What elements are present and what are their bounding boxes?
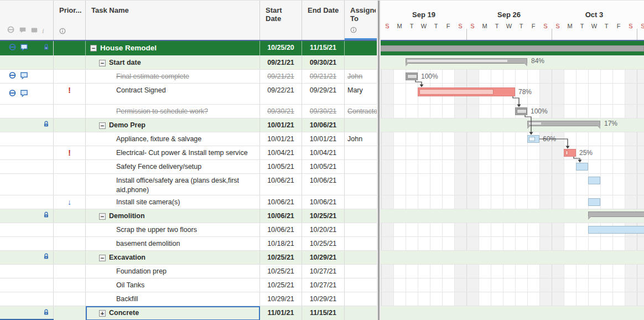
assigned-to-cell[interactable] bbox=[345, 41, 377, 55]
start-date-cell[interactable]: 10/01/21 bbox=[260, 118, 302, 132]
gantt-row[interactable] bbox=[381, 132, 644, 146]
assigned-to-cell[interactable] bbox=[345, 209, 377, 223]
pane-splitter[interactable] bbox=[377, 1, 381, 320]
end-date-cell[interactable]: 10/05/21 bbox=[302, 160, 345, 173]
collapse-icon[interactable]: − bbox=[99, 60, 106, 66]
end-date-cell[interactable]: 10/04/21 bbox=[302, 146, 345, 159]
attachment-icon[interactable] bbox=[8, 71, 17, 82]
table-row[interactable]: Backfill10/29/2110/29/21 bbox=[0, 292, 377, 306]
end-date-cell[interactable]: 11/15/21 bbox=[302, 41, 345, 55]
task-name-cell[interactable]: −Demo Prep bbox=[86, 118, 260, 132]
end-date-cell[interactable]: 10/01/21 bbox=[302, 132, 345, 146]
gantt-row[interactable] bbox=[381, 251, 644, 265]
assigned-to-cell[interactable] bbox=[345, 292, 377, 306]
table-row[interactable]: −Start date09/21/2109/30/21 bbox=[0, 56, 377, 70]
end-date-cell[interactable]: 09/30/21 bbox=[302, 105, 345, 118]
attachment-icon[interactable] bbox=[8, 43, 17, 54]
comment-icon[interactable] bbox=[20, 71, 28, 82]
gantt-row[interactable] bbox=[381, 174, 644, 195]
start-date-cell[interactable]: 10/25/20 bbox=[260, 41, 302, 55]
start-date-cell[interactable]: 11/01/21 bbox=[260, 306, 302, 320]
start-date-cell[interactable]: 10/06/21 bbox=[260, 223, 302, 236]
end-date-cell[interactable]: 10/25/21 bbox=[302, 237, 345, 250]
start-date-cell[interactable]: 10/25/21 bbox=[260, 265, 302, 278]
attachment-icon[interactable] bbox=[8, 89, 17, 99]
assigned-to-cell[interactable] bbox=[345, 278, 377, 292]
task-name-cell[interactable]: Safety Fence delivery/setup bbox=[86, 160, 260, 173]
start-date-cell[interactable]: 10/04/21 bbox=[260, 146, 302, 159]
gantt-bar-task[interactable] bbox=[527, 135, 539, 143]
start-date-cell[interactable]: 10/25/21 bbox=[260, 251, 302, 264]
priority-cell[interactable] bbox=[54, 237, 86, 250]
gantt-row[interactable] bbox=[381, 70, 644, 84]
task-name-cell[interactable]: Electrical- Cut power & Install temp ser… bbox=[86, 146, 260, 159]
column-header-end-date[interactable]: End Date bbox=[302, 1, 345, 40]
task-name-cell[interactable]: −House Remodel bbox=[86, 41, 260, 55]
task-name-cell[interactable]: +Concrete bbox=[86, 306, 260, 320]
priority-cell[interactable] bbox=[54, 118, 86, 132]
assigned-to-cell[interactable] bbox=[345, 118, 377, 132]
priority-cell[interactable] bbox=[54, 278, 86, 292]
gantt-bar-task[interactable] bbox=[588, 177, 600, 184]
task-name-cell[interactable]: Permission to schedule work? bbox=[86, 105, 260, 118]
task-name-cell[interactable]: basement demolition bbox=[86, 237, 260, 250]
assigned-to-cell[interactable] bbox=[345, 160, 377, 173]
end-date-cell[interactable]: 09/30/21 bbox=[302, 56, 345, 69]
table-row[interactable]: Oil Tanks10/25/2110/27/21 bbox=[0, 278, 377, 292]
table-row[interactable]: Safety Fence delivery/setup10/05/2110/05… bbox=[0, 160, 377, 174]
comment-icon[interactable] bbox=[20, 89, 28, 99]
end-date-cell[interactable]: 10/27/21 bbox=[302, 265, 345, 278]
start-date-cell[interactable]: 10/01/21 bbox=[260, 132, 302, 146]
start-date-cell[interactable]: 09/30/21 bbox=[260, 105, 302, 118]
end-date-cell[interactable]: 10/25/21 bbox=[302, 209, 345, 223]
start-date-cell[interactable]: 09/22/21 bbox=[260, 84, 302, 104]
priority-cell[interactable] bbox=[54, 306, 86, 320]
proof-icon[interactable] bbox=[30, 26, 38, 36]
table-row[interactable]: Scrap the upper two floors10/06/2110/20/… bbox=[0, 223, 377, 237]
task-name-cell[interactable]: −Demolition bbox=[86, 209, 260, 223]
assigned-to-cell[interactable]: Contracto bbox=[345, 105, 377, 118]
gantt-bar-project-summary[interactable] bbox=[381, 45, 644, 51]
table-row[interactable]: −House Remodel10/25/2011/15/21 bbox=[0, 41, 377, 56]
end-date-cell[interactable]: 09/29/21 bbox=[302, 84, 345, 104]
assigned-to-cell[interactable]: John bbox=[345, 132, 377, 146]
priority-cell[interactable] bbox=[54, 223, 86, 236]
task-name-cell[interactable]: Oil Tanks bbox=[86, 278, 260, 292]
task-name-cell[interactable]: Install site camera(s) bbox=[86, 195, 260, 209]
column-info-icon[interactable] bbox=[350, 25, 357, 35]
end-date-cell[interactable]: 10/27/21 bbox=[302, 278, 345, 292]
start-date-cell[interactable]: 09/21/21 bbox=[260, 70, 302, 83]
end-date-cell[interactable]: 10/29/21 bbox=[302, 292, 345, 306]
task-name-cell[interactable]: Final estimate complete bbox=[86, 70, 260, 83]
start-date-cell[interactable]: 10/29/21 bbox=[260, 292, 302, 306]
gantt-bar-summary[interactable] bbox=[527, 121, 600, 126]
row-info-icon[interactable]: i bbox=[42, 27, 44, 35]
gantt-bar-task[interactable] bbox=[418, 87, 515, 96]
end-date-cell[interactable]: 10/29/21 bbox=[302, 251, 345, 264]
end-date-cell[interactable]: 09/21/21 bbox=[302, 70, 345, 83]
priority-cell[interactable] bbox=[54, 209, 86, 223]
start-date-cell[interactable]: 10/18/21 bbox=[260, 237, 302, 250]
gantt-row[interactable] bbox=[381, 160, 644, 174]
priority-cell[interactable] bbox=[54, 174, 86, 195]
priority-cell[interactable] bbox=[54, 56, 86, 69]
comment-icon[interactable] bbox=[20, 43, 28, 54]
assigned-to-cell[interactable] bbox=[345, 56, 377, 69]
priority-cell[interactable] bbox=[54, 292, 86, 306]
priority-cell[interactable] bbox=[54, 251, 86, 264]
column-header-priority[interactable]: Prior... bbox=[54, 1, 86, 40]
start-date-cell[interactable]: 09/21/21 bbox=[260, 56, 302, 69]
task-name-cell[interactable]: Foundation prep bbox=[86, 265, 260, 278]
table-row[interactable]: −Demo Prep10/01/2110/06/21 bbox=[0, 118, 377, 132]
assigned-to-cell[interactable]: John bbox=[345, 70, 377, 83]
end-date-cell[interactable]: 11/15/21 bbox=[302, 306, 345, 320]
gantt-bar-task[interactable] bbox=[588, 226, 644, 234]
column-header-task-name[interactable]: Task Name bbox=[86, 1, 260, 40]
gantt-row[interactable] bbox=[381, 265, 644, 278]
gantt-bar-task[interactable] bbox=[406, 73, 418, 80]
priority-cell[interactable] bbox=[54, 70, 86, 83]
gantt-bar-task[interactable] bbox=[515, 107, 527, 115]
end-date-cell[interactable]: 10/06/21 bbox=[302, 195, 345, 209]
gantt-row[interactable] bbox=[381, 292, 644, 306]
gantt-row[interactable] bbox=[381, 195, 644, 209]
